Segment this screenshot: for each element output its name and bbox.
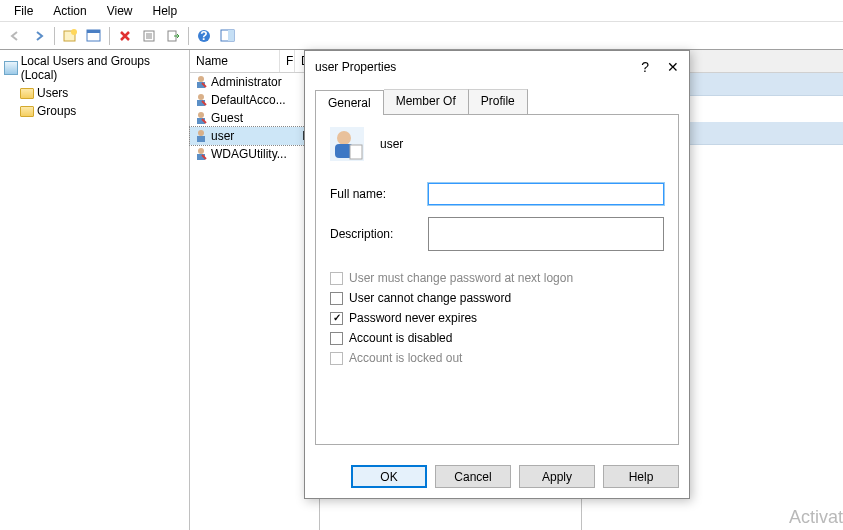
list-item-label: Administrator	[211, 75, 282, 89]
properties-dialog: user Properties ? ✕ General Member Of Pr…	[304, 50, 690, 499]
svg-rect-20	[197, 136, 205, 142]
svg-point-1	[71, 29, 77, 35]
check-must-change: User must change password at next logon	[330, 271, 664, 285]
svg-point-19	[198, 130, 204, 136]
forward-button[interactable]	[28, 25, 50, 47]
activation-watermark: Activat	[789, 507, 843, 528]
close-icon[interactable]: ✕	[667, 59, 679, 75]
svg-point-13	[198, 76, 204, 82]
description-input[interactable]	[428, 217, 664, 251]
list-item[interactable]: DefaultAcco...	[190, 91, 319, 109]
list-panel: Name F D Administrator DefaultAcco... Gu…	[190, 50, 320, 530]
ok-button[interactable]: OK	[351, 465, 427, 488]
check-cannot-change[interactable]: User cannot change password	[330, 291, 664, 305]
checkbox-icon	[330, 272, 343, 285]
help-button[interactable]: ?	[193, 25, 215, 47]
svg-rect-12	[228, 30, 234, 41]
tab-profile[interactable]: Profile	[469, 89, 528, 114]
menu-bar: File Action View Help	[0, 0, 843, 22]
tree-root[interactable]: Local Users and Groups (Local)	[2, 52, 187, 84]
menu-help[interactable]: Help	[143, 2, 188, 20]
user-avatar-icon	[330, 127, 364, 161]
checkbox-icon	[330, 352, 343, 365]
computer-icon	[4, 61, 18, 75]
svg-point-21	[198, 148, 204, 154]
user-icon	[194, 93, 208, 107]
new-item-button[interactable]	[59, 25, 81, 47]
back-button[interactable]	[4, 25, 26, 47]
user-name-label: user	[380, 137, 403, 151]
tree-item-label: Users	[37, 86, 68, 100]
folder-icon	[20, 106, 34, 117]
svg-point-24	[337, 131, 351, 145]
tab-strip: General Member Of Profile	[315, 89, 679, 115]
check-label: Account is locked out	[349, 351, 462, 365]
menu-file[interactable]: File	[4, 2, 43, 20]
list-item[interactable]: user D	[190, 127, 319, 145]
svg-rect-3	[87, 30, 100, 33]
menu-action[interactable]: Action	[43, 2, 96, 20]
tab-general[interactable]: General	[315, 90, 384, 115]
check-label: Password never expires	[349, 311, 477, 325]
list-item[interactable]: Guest	[190, 109, 319, 127]
properties-button[interactable]	[138, 25, 160, 47]
dialog-button-row: OK Cancel Apply Help	[305, 455, 689, 498]
checkbox-icon[interactable]	[330, 292, 343, 305]
delete-button[interactable]	[114, 25, 136, 47]
svg-point-15	[198, 94, 204, 100]
full-name-input[interactable]	[428, 183, 664, 205]
svg-point-17	[198, 112, 204, 118]
cancel-button[interactable]: Cancel	[435, 465, 511, 488]
tab-member-of[interactable]: Member Of	[384, 89, 469, 114]
column-name[interactable]: Name	[190, 50, 280, 72]
list-item-label: DefaultAcco...	[211, 93, 286, 107]
check-account-disabled[interactable]: Account is disabled	[330, 331, 664, 345]
description-label: Description:	[330, 227, 420, 241]
toolbar: ?	[0, 22, 843, 50]
check-never-expires[interactable]: Password never expires	[330, 311, 664, 325]
tree-root-label: Local Users and Groups (Local)	[21, 54, 185, 82]
svg-rect-26	[350, 145, 362, 159]
checkbox-icon[interactable]	[330, 312, 343, 325]
help-icon[interactable]: ?	[641, 59, 649, 75]
check-locked-out: Account is locked out	[330, 351, 664, 365]
apply-button[interactable]: Apply	[519, 465, 595, 488]
list-item-label: Guest	[211, 111, 243, 125]
check-label: User must change password at next logon	[349, 271, 573, 285]
check-label: User cannot change password	[349, 291, 511, 305]
tree-item-users[interactable]: Users	[2, 84, 187, 102]
user-icon	[194, 75, 208, 89]
help-button[interactable]: Help	[603, 465, 679, 488]
folder-icon	[20, 88, 34, 99]
list-item[interactable]: WDAGUtility...	[190, 145, 319, 163]
tree-item-label: Groups	[37, 104, 76, 118]
list-item-label: user	[211, 129, 234, 143]
user-icon	[194, 111, 208, 125]
dialog-titlebar[interactable]: user Properties ? ✕	[305, 51, 689, 83]
menu-view[interactable]: View	[97, 2, 143, 20]
dialog-body: General Member Of Profile user Full name…	[305, 83, 689, 455]
show-hide-button[interactable]	[83, 25, 105, 47]
checkbox-icon[interactable]	[330, 332, 343, 345]
tab-page-general: user Full name: Description: User must c…	[315, 115, 679, 445]
dialog-title: user Properties	[315, 60, 396, 74]
list-item-label: WDAGUtility...	[211, 147, 287, 161]
list-item[interactable]: Administrator	[190, 73, 319, 91]
check-label: Account is disabled	[349, 331, 452, 345]
full-name-label: Full name:	[330, 187, 420, 201]
user-icon	[194, 129, 208, 143]
show-pane-button[interactable]	[217, 25, 239, 47]
svg-text:?: ?	[200, 29, 207, 43]
tree-panel: Local Users and Groups (Local) Users Gro…	[0, 50, 190, 530]
column-2[interactable]: F	[280, 50, 295, 72]
export-button[interactable]	[162, 25, 184, 47]
user-icon	[194, 147, 208, 161]
tree-item-groups[interactable]: Groups	[2, 102, 187, 120]
list-header: Name F D	[190, 50, 319, 73]
